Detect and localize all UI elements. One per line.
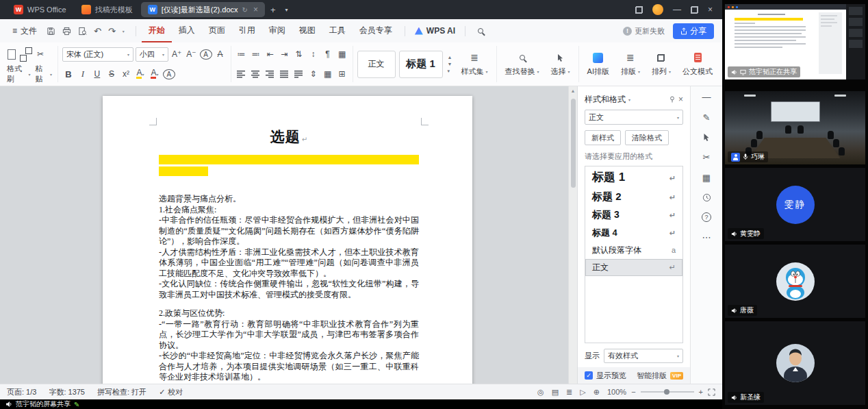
paragraph-tool-icon[interactable]: ≔ <box>235 47 248 62</box>
scrollbar-thumb[interactable] <box>571 99 576 188</box>
tab-current-document[interactable]: W [仅读]最新选题(2).docx ↻ × <box>141 2 265 17</box>
video-tile-avatar[interactable]: 雯静 黄雯静 <box>725 168 865 241</box>
collapse-panel-icon[interactable]: — <box>702 92 711 102</box>
view-mode-icon[interactable]: ⊕ <box>593 388 600 397</box>
fullscreen-icon[interactable] <box>708 388 715 396</box>
view-mode-icon[interactable]: ≣ <box>566 388 572 397</box>
bold-button[interactable]: B <box>62 67 75 82</box>
format-painter-button[interactable]: 格式刷▾ <box>5 64 31 84</box>
tab-template-store[interactable]: 找稿壳模板 <box>75 2 140 17</box>
font-name-select[interactable]: 宋体 (正文)▾ <box>62 47 133 62</box>
paragraph-tool-icon[interactable]: ≕ <box>250 47 262 62</box>
print-preview-icon[interactable] <box>78 27 87 36</box>
spellcheck-status[interactable]: 拼写检查: 打开 <box>97 387 146 397</box>
italic-button[interactable]: I <box>77 67 89 82</box>
paragraph-tool-icon[interactable]: ▦ <box>336 47 348 62</box>
paragraph-tool-icon[interactable]: ⇤ <box>264 47 277 62</box>
restore-window-icon[interactable] <box>691 6 698 14</box>
find-replace-button[interactable]: 查找替换▾ <box>501 46 544 82</box>
copy-icon[interactable] <box>20 47 32 62</box>
distribute-button[interactable] <box>293 67 305 82</box>
strikethrough-button[interactable]: S <box>105 67 118 82</box>
style-scroll-down-icon[interactable]: ▼ <box>448 62 452 66</box>
cut-tool-icon[interactable]: ✂ <box>703 152 711 162</box>
menu-tab[interactable]: 引用 <box>232 19 262 42</box>
undo-history-dropdown-icon[interactable]: ▾ <box>123 29 125 34</box>
split-view-icon[interactable] <box>635 6 643 14</box>
current-style-select[interactable]: 正文▾ <box>585 110 683 125</box>
close-panel-icon[interactable]: × <box>678 95 683 104</box>
zoom-in-icon[interactable]: + <box>699 388 703 396</box>
text-effects-button[interactable]: A <box>200 49 212 60</box>
menu-tab[interactable]: 页面 <box>202 19 232 42</box>
tab-list-dropdown-icon[interactable]: ▾ <box>281 7 292 13</box>
style-list-item[interactable]: 标题 3 ↵ <box>585 206 682 224</box>
minimize-icon[interactable]: — <box>673 5 681 14</box>
video-tile-camera[interactable]: 巧琳 <box>725 91 865 164</box>
superscript-button[interactable]: x² <box>120 67 132 82</box>
menu-tab[interactable]: 视图 <box>292 19 322 42</box>
style-list-item[interactable]: 正文 ↵ <box>585 259 682 276</box>
user-avatar[interactable] <box>652 4 663 15</box>
word-count[interactable]: 字数: 1375 <box>49 387 85 397</box>
tab-close-icon[interactable]: × <box>253 5 258 14</box>
highlight-color-button[interactable]: A▾ <box>134 67 146 82</box>
align-justify-button[interactable] <box>279 67 291 82</box>
proofread-button[interactable]: ✓校对 <box>159 387 183 397</box>
view-mode-icon[interactable]: ◎ <box>537 388 544 397</box>
style-list-item[interactable]: 默认段落字体 a <box>585 242 682 259</box>
view-mode-icon[interactable]: ▤ <box>552 388 559 397</box>
arrange-button[interactable]: 排列▾ <box>648 46 675 82</box>
panel-dropdown-icon[interactable]: ▾ <box>628 97 630 102</box>
menu-tab[interactable]: 审阅 <box>262 19 292 42</box>
document-scrollbar[interactable]: ▲ <box>568 86 577 384</box>
line-spacing-button[interactable]: ⇕ <box>307 67 320 82</box>
close-window-icon[interactable]: × <box>708 5 713 14</box>
zoom-slider-knob[interactable] <box>664 389 669 395</box>
underline-button[interactable]: U <box>91 67 103 82</box>
shrink-font-button[interactable]: A⁻ <box>185 47 197 62</box>
document-canvas[interactable]: 选题↵ 选题背景与痛点分析。1.社会痛点聚焦:-中非合作的信任瓶颈：尽管中非经贸… <box>0 86 568 384</box>
ai-layout-button[interactable]: AI排版 <box>583 46 613 82</box>
paste-button[interactable]: 粘贴▾ <box>34 64 53 84</box>
style-normal-button[interactable]: 正文 <box>357 51 396 78</box>
paste-icon[interactable] <box>5 47 18 62</box>
paragraph-tool-icon[interactable]: ↕ <box>307 47 320 62</box>
redo-icon[interactable]: ↷ <box>108 26 116 36</box>
style-list-item[interactable]: 标题 1 ↵ <box>585 166 682 188</box>
borders-button[interactable]: ⊞ <box>336 67 348 82</box>
style-list-item[interactable]: 标题 2 ↵ <box>585 188 682 206</box>
print-icon[interactable] <box>62 27 71 36</box>
align-right-button[interactable] <box>264 67 277 82</box>
select-cursor-icon[interactable] <box>703 133 711 142</box>
show-preview-checkbox[interactable]: ✓ <box>585 371 593 380</box>
shading-button[interactable]: ▦ <box>322 67 334 82</box>
smart-layout-button[interactable]: 智能排版 <box>637 371 667 381</box>
paragraph-tool-icon[interactable]: ⇅ <box>293 47 305 62</box>
font-color-button[interactable]: A▾ <box>149 67 161 82</box>
more-tools-icon[interactable]: ⋯ <box>702 232 711 243</box>
style-gallery-more-icon[interactable]: ▾ <box>448 69 452 74</box>
update-status[interactable]: ! 更新失败 <box>623 26 665 36</box>
grow-font-button[interactable]: A⁺ <box>170 47 183 62</box>
history-clock-icon[interactable] <box>702 193 711 202</box>
layout-button[interactable]: ≣ 排版▾ <box>617 46 644 82</box>
style-set-button[interactable]: ≣ 样式集▾ <box>457 46 492 82</box>
menu-tab[interactable]: 开始 <box>142 19 172 42</box>
official-doc-mode-button[interactable]: 公文模式 <box>678 46 717 82</box>
paragraph-tool-icon[interactable]: ¶ <box>322 47 334 62</box>
annotate-pencil-icon[interactable]: ✎ <box>74 401 79 408</box>
new-style-button[interactable]: 新样式 <box>585 130 621 145</box>
grid-tool-icon[interactable]: ▦ <box>702 173 711 183</box>
file-menu-button[interactable]: ≡ 文件 <box>8 19 41 42</box>
menu-tab[interactable]: 工具 <box>322 19 353 42</box>
new-tab-button[interactable]: + <box>266 5 280 15</box>
page-indicator[interactable]: 页面: 1/3 <box>7 387 36 397</box>
wps-ai-button[interactable]: WPS AI <box>411 26 459 36</box>
view-mode-icon[interactable]: ▷ <box>580 388 585 397</box>
save-icon[interactable] <box>47 27 55 36</box>
align-left-button[interactable] <box>235 67 248 82</box>
style-heading1-button[interactable]: 标题 1 <box>399 51 443 78</box>
cut-icon[interactable]: ✂ <box>34 47 47 62</box>
video-tile-avatar[interactable]: 唐薇 <box>725 245 865 318</box>
